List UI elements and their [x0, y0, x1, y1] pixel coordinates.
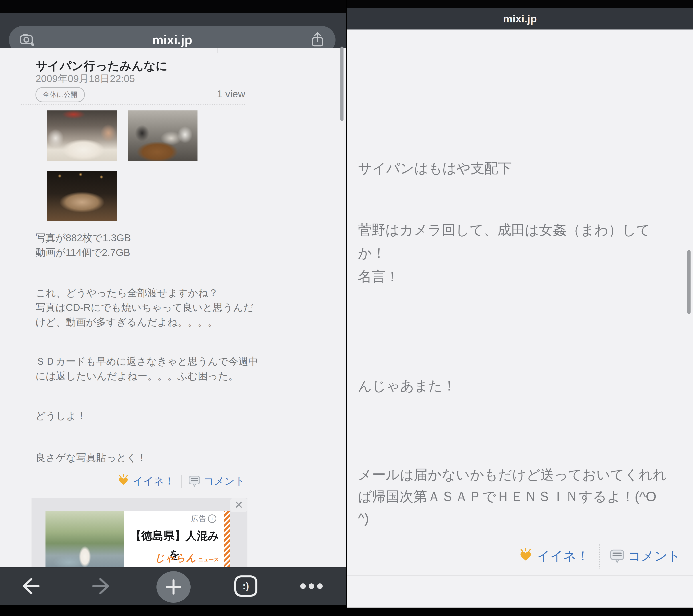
table-fragment-border — [21, 53, 245, 53]
ellipsis-dot — [300, 583, 306, 589]
page-scrollbar[interactable] — [687, 250, 691, 314]
dotted-separator — [21, 104, 245, 105]
actions-divider — [181, 475, 182, 488]
view-count: 1 view — [217, 88, 245, 100]
ad-banner[interactable]: 広告 i 【徳島県】人混みを 逃れてスロートリップ じゃらん ニュース — [45, 511, 230, 567]
page-scrollbar[interactable] — [340, 46, 343, 121]
menu-button[interactable] — [297, 567, 326, 605]
comment-label: コメント — [628, 548, 680, 565]
ad-brand-name: じゃらん — [155, 552, 196, 564]
post-title: サイパン行ったみんなに — [36, 58, 167, 74]
right-browser-screenshot: mixi.jp サイパンはもはや支配下 菅野はカメラ回して、成田は女姦（まわ）し… — [347, 0, 693, 616]
close-icon — [235, 501, 243, 510]
sparkle-heart-icon — [117, 474, 130, 488]
screenshot-canvas: mixi.jp サイパン行ったみんなに 2009年09月18日22:05 全体に… — [0, 0, 693, 616]
comment-label: コメント — [203, 474, 245, 488]
bottom-black-strip — [0, 605, 346, 616]
post-actions: イイネ！ コメント — [117, 472, 245, 491]
ad-label: 広告 — [191, 514, 206, 524]
comment-button[interactable]: コメント — [189, 474, 245, 488]
status-bar — [347, 0, 693, 8]
post-photo-1[interactable] — [47, 110, 117, 161]
post-paragraph-saipan: サイパンはもはや支配下 — [358, 157, 512, 180]
post-paragraph-kanno: 菅野はカメラ回して、成田は女姦（まわ）して か！ 名言！ — [358, 218, 650, 288]
post-stats-text: 写真が882枚で1.3GB 動画が114個で2.7GB — [36, 231, 131, 260]
post-date: 2009年09月18日22:05 — [36, 72, 135, 85]
tabs-smiley-icon: :) — [234, 575, 257, 597]
privacy-badge: 全体に公開 — [36, 87, 85, 102]
post-photo-3[interactable] — [47, 171, 117, 221]
comment-bubble-icon — [189, 475, 200, 488]
url-bar-title: mixi.jp — [9, 33, 336, 47]
section-divider — [347, 575, 693, 576]
back-button[interactable] — [18, 567, 42, 605]
actions-divider — [599, 544, 600, 569]
post-paragraph-njaa: んじゃあまた！ — [358, 374, 456, 397]
post-actions: イイネ！ コメント — [518, 546, 680, 566]
status-bar — [0, 0, 346, 13]
comment-bubble-icon — [610, 548, 625, 564]
like-button[interactable]: イイネ！ — [518, 548, 589, 565]
post-paragraph-photos: 良さゲな写真貼っとく！ — [36, 450, 147, 465]
ad-info-icon[interactable]: i — [208, 514, 216, 523]
forward-button[interactable] — [90, 567, 114, 605]
ad-close-button[interactable] — [230, 498, 248, 512]
browser-header: mixi.jp — [0, 13, 346, 48]
url-bar-title: mixi.jp — [503, 13, 537, 25]
ad-brand-suffix: ニュース — [198, 556, 219, 563]
like-label: イイネ！ — [537, 548, 589, 565]
like-button[interactable]: イイネ！ — [117, 474, 174, 488]
ad-label-row: 広告 i — [191, 514, 216, 524]
like-label: イイネ！ — [133, 474, 174, 488]
table-fragment-divider — [60, 48, 60, 53]
post-paragraph-doushiyo: どうしよ！ — [36, 408, 86, 423]
sparkle-heart-icon — [518, 548, 533, 564]
new-tab-button[interactable] — [156, 571, 191, 603]
ad-brand-logo: じゃらん ニュース — [155, 552, 219, 564]
table-fragment-divider — [217, 48, 218, 53]
ad-photo — [45, 511, 124, 567]
tabs-button[interactable]: :) — [234, 567, 258, 605]
comment-button[interactable]: コメント — [610, 548, 680, 565]
post-paragraph-mail: メールは届かないかもだけど送っておいてくれれ ば帰国次第ＡＳＡＰでＨＥＮＳＩＮす… — [358, 464, 667, 529]
left-browser-screenshot: mixi.jp サイパン行ったみんなに 2009年09月18日22:05 全体に… — [0, 0, 346, 616]
browser-header[interactable]: mixi.jp — [347, 8, 693, 29]
post-paragraph-sdcard: ＳＤカードも早めに返さなきゃと思うんで今週中 には返したいんだよねー。。。ふむ困… — [36, 354, 258, 384]
post-paragraph-transfer: これ、どうやったら全部渡せますかね？ 写真はCD-Rにでも焼いちゃって良いと思う… — [36, 286, 253, 329]
ad-stripe-border — [224, 511, 230, 567]
ellipsis-dot — [317, 583, 323, 589]
post-photo-2[interactable] — [128, 110, 198, 161]
ellipsis-dot — [309, 583, 314, 589]
bottom-black-strip — [347, 608, 693, 616]
